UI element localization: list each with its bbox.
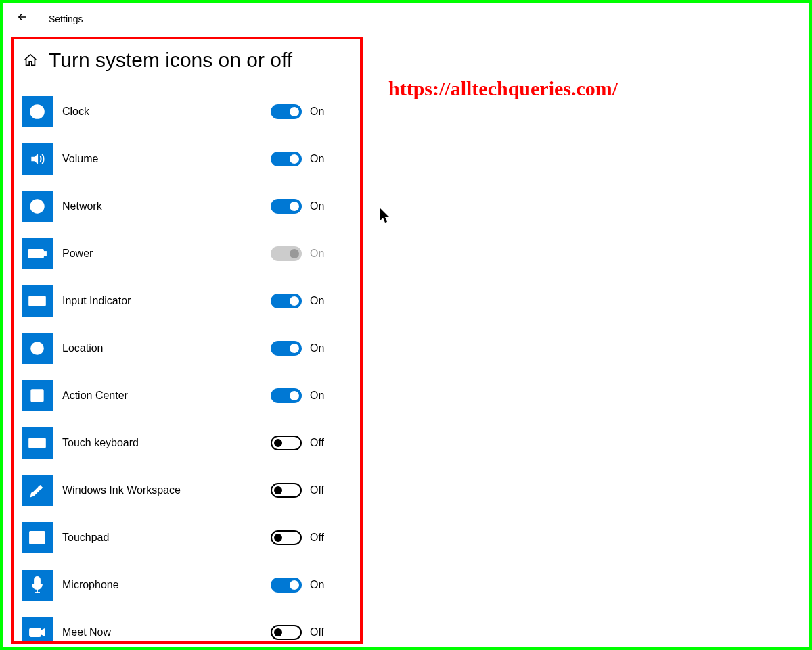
volume-icon (22, 143, 53, 175)
home-icon[interactable] (23, 53, 38, 68)
toggle-state-clock: On (310, 106, 329, 118)
notification-icon (22, 380, 53, 411)
toggle-state-input-indicator: On (310, 295, 329, 307)
svg-rect-36 (30, 628, 41, 636)
toggle-state-windows-ink: Off (310, 484, 329, 496)
page-title: Turn system icons on or off (49, 49, 292, 72)
setting-label-microphone: Microphone (62, 579, 271, 591)
setting-row-volume: VolumeOn (20, 143, 353, 175)
touchpad-icon (22, 522, 53, 553)
toggle-state-action-center: On (310, 390, 329, 402)
pen-icon (22, 475, 53, 506)
setting-row-network: NetworkOn (20, 191, 353, 222)
toggle-state-volume: On (310, 153, 329, 165)
toggle-clock[interactable] (271, 104, 302, 119)
back-button[interactable] (16, 11, 28, 26)
settings-title: Settings (49, 14, 83, 24)
toggle-touchpad[interactable] (271, 530, 302, 545)
toggle-state-location: On (310, 342, 329, 354)
setting-row-microphone: MicrophoneOn (20, 570, 353, 601)
setting-row-power: PowerOn (20, 238, 353, 269)
clock-icon (22, 96, 53, 127)
toggle-action-center[interactable] (271, 388, 302, 403)
setting-label-touch-keyboard: Touch keyboard (62, 437, 271, 449)
setting-label-meet-now: Meet Now (62, 626, 271, 639)
setting-row-touchpad: TouchpadOff (20, 522, 353, 553)
setting-row-location: LocationOn (20, 333, 353, 364)
setting-label-volume: Volume (62, 153, 271, 165)
toggle-state-power: On (310, 248, 329, 260)
setting-label-touchpad: Touchpad (62, 532, 271, 544)
setting-label-power: Power (62, 248, 271, 260)
location-icon (22, 333, 53, 364)
setting-row-input-indicator: Input IndicatorOn (20, 285, 353, 317)
touch-keyboard-icon (22, 427, 53, 459)
setting-row-action-center: Action CenterOn (20, 380, 353, 411)
toggle-windows-ink[interactable] (271, 483, 302, 498)
microphone-icon (22, 570, 53, 601)
highlight-region: Turn system icons on or off ClockOnVolum… (11, 37, 363, 644)
toggle-state-touchpad: Off (310, 532, 329, 544)
toggle-state-microphone: On (310, 579, 329, 591)
keyboard-icon (22, 285, 53, 317)
power-icon (22, 238, 53, 269)
setting-label-input-indicator: Input Indicator (62, 295, 271, 307)
toggle-location[interactable] (271, 341, 302, 356)
svg-rect-4 (30, 251, 37, 256)
toggle-input-indicator[interactable] (271, 294, 302, 308)
svg-rect-3 (44, 252, 46, 256)
watermark-text: https://alltechqueries.com/ (388, 77, 618, 100)
camera-icon (22, 617, 53, 644)
toggle-touch-keyboard[interactable] (271, 436, 302, 450)
network-icon (22, 191, 53, 222)
toggle-volume[interactable] (271, 152, 302, 166)
mouse-cursor (380, 208, 392, 227)
toggle-network[interactable] (271, 199, 302, 214)
setting-label-network: Network (62, 200, 271, 212)
setting-label-windows-ink: Windows Ink Workspace (62, 484, 271, 496)
toggle-meet-now[interactable] (271, 625, 302, 640)
setting-row-meet-now: Meet NowOff (20, 617, 353, 644)
toggle-state-network: On (310, 200, 329, 212)
setting-row-clock: ClockOn (20, 96, 353, 127)
toggle-power (271, 246, 302, 261)
svg-rect-23 (29, 438, 45, 448)
setting-label-clock: Clock (62, 106, 271, 118)
setting-row-touch-keyboard: Touch keyboardOff (20, 427, 353, 459)
toggle-microphone[interactable] (271, 578, 302, 593)
toggle-state-meet-now: Off (310, 626, 329, 639)
setting-row-windows-ink: Windows Ink WorkspaceOff (20, 475, 353, 506)
setting-label-action-center: Action Center (62, 390, 271, 402)
toggle-state-touch-keyboard: Off (310, 437, 329, 449)
svg-point-18 (35, 346, 40, 351)
setting-label-location: Location (62, 342, 271, 354)
